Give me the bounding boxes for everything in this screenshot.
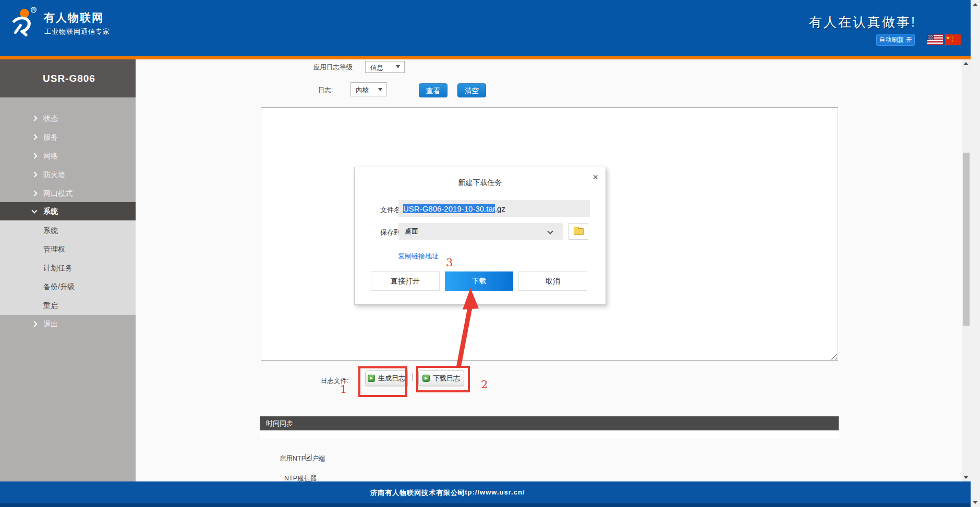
browser-scrollbar[interactable]: [971, 0, 980, 507]
dialog-title: 新建下载任务: [355, 178, 606, 188]
svg-text:R: R: [32, 8, 35, 11]
sidebar-item-services[interactable]: 服务: [0, 128, 136, 146]
brand-title: 有人物联网: [44, 10, 104, 25]
accent-stripe: [0, 56, 971, 59]
scroll-up-icon[interactable]: [973, 3, 978, 6]
chevron-down-icon: [31, 207, 37, 213]
sidebar-subitem-backup-upgrade[interactable]: 备份/升级: [0, 277, 136, 296]
footer-company: 济南有人物联网技术有限公司: [370, 488, 465, 498]
browse-folder-button[interactable]: [568, 223, 588, 240]
app-log-level-label: 应用日志等级: [312, 63, 353, 72]
system-submenu: 系统 管理权 计划任务 备份/升级 重启: [0, 220, 136, 315]
copy-link[interactable]: 复制链接地址: [398, 252, 439, 261]
footer: 济南有人物联网技术有限公司 http://www.usr.cn/: [0, 481, 971, 503]
sidebar-subitem-admin[interactable]: 管理权: [0, 240, 136, 258]
filename-input[interactable]: USR-G806-2019-10-30.tar.gz: [398, 200, 590, 217]
svg-text:★: ★: [946, 35, 950, 41]
chevron-right-icon: [31, 190, 37, 196]
sidebar-subitem-scheduled-tasks[interactable]: 计划任务: [0, 258, 136, 277]
sidebar-item-firewall[interactable]: 防火墙: [0, 165, 136, 184]
svg-text:★: ★: [951, 41, 953, 43]
log-label: 日志:: [318, 86, 333, 95]
chevron-right-icon: [31, 115, 37, 121]
scroll-down-icon[interactable]: [963, 476, 969, 479]
folder-icon: [574, 228, 584, 235]
button-separator: |: [412, 373, 414, 381]
chevron-right-icon: [31, 134, 37, 140]
sidebar-item-status[interactable]: 状态: [0, 109, 136, 128]
filename-label: 文件名: [380, 205, 401, 215]
content-scrollbar[interactable]: [962, 59, 971, 481]
dropdown-caret-icon: [396, 65, 400, 68]
save-to-label: 保存到: [380, 228, 401, 237]
sidebar-item-system[interactable]: 系统: [0, 202, 136, 220]
footer-website[interactable]: http://www.usr.cn/: [457, 488, 525, 496]
annotation-box-1: [358, 366, 407, 397]
footer-strip: [0, 503, 971, 507]
annotation-step-3: 3: [446, 256, 453, 269]
header: R 有人物联网 工业物联网通信专家 有人在认真做事! 自动刷新 开: [0, 0, 971, 56]
ntp-client-label: 启用NTP客户端: [280, 454, 325, 463]
app-log-level-select[interactable]: 信息: [365, 61, 405, 73]
cancel-button[interactable]: 取消: [518, 271, 587, 291]
us-flag-icon[interactable]: [927, 34, 943, 45]
scrollbar-thumb[interactable]: [963, 153, 970, 326]
ntp-client-checkbox[interactable]: ✔: [305, 454, 312, 461]
cn-flag-icon[interactable]: ★ ★ ★ ★ ★: [945, 34, 961, 45]
sidebar-item-network[interactable]: 网络: [0, 146, 136, 165]
ntp-server-checkbox[interactable]: [305, 475, 312, 481]
selected-text: USR-G806-2019-10-30.tar: [403, 204, 495, 213]
resize-grip-icon[interactable]: [831, 353, 837, 360]
sidebar-subitem-reboot[interactable]: 重启: [0, 296, 136, 315]
device-model: USR-G806: [43, 73, 95, 84]
chevron-right-icon: [31, 153, 37, 158]
sidebar-item-logout[interactable]: 退出: [0, 315, 136, 333]
clear-log-button[interactable]: 清空: [457, 83, 486, 97]
dropdown-caret-icon: [378, 88, 382, 91]
sidebar-subitem-system[interactable]: 系统: [0, 221, 136, 240]
close-icon[interactable]: ×: [592, 172, 598, 182]
save-to-select[interactable]: 桌面: [398, 223, 563, 240]
annotation-box-2: [416, 366, 470, 392]
chevron-down-icon: [547, 228, 553, 234]
annotation-step-2: 2: [481, 378, 488, 391]
log-type-select[interactable]: 内核: [350, 82, 387, 96]
annotation-step-1: 1: [340, 383, 347, 395]
auto-refresh-toggle[interactable]: 自动刷新 开: [876, 34, 915, 46]
annotation-arrow: [449, 284, 485, 373]
time-sync-section-header: 时间同步: [260, 416, 839, 430]
open-directly-button[interactable]: 直接打开: [371, 271, 440, 291]
view-log-button[interactable]: 查看: [419, 83, 447, 97]
scroll-down-icon[interactable]: [973, 501, 978, 504]
usr-logo-icon: R: [9, 6, 40, 36]
sidebar-header: USR-G806: [0, 59, 136, 97]
section-spacer: [260, 430, 839, 439]
brand-subtitle: 工业物联网通信专家: [44, 27, 110, 36]
chevron-right-icon: [31, 321, 37, 327]
sidebar-item-port-mode[interactable]: 网口模式: [0, 184, 136, 203]
slogan: 有人在认真做事!: [809, 14, 916, 31]
scroll-up-icon[interactable]: [963, 62, 969, 65]
chevron-right-icon: [31, 171, 37, 177]
page: R 有人物联网 工业物联网通信专家 有人在认真做事! 自动刷新 开: [0, 0, 980, 507]
